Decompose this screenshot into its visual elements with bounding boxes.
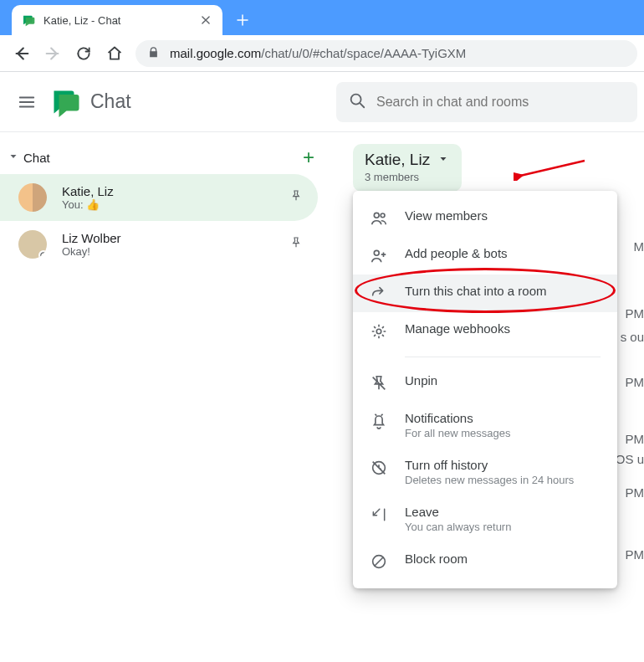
sidebar-section-header[interactable]: Chat + [0,141,330,174]
lock-icon [147,46,160,61]
svg-point-4 [374,250,379,255]
presence-indicator [38,250,47,259]
back-button[interactable] [7,38,37,69]
new-chat-button[interactable]: + [303,146,314,169]
room-subtitle: 3 members [365,171,419,183]
new-tab-button[interactable] [231,8,254,32]
sidebar-section-title: Chat [23,151,50,165]
avatar [18,183,47,212]
background-text: M [634,239,645,254]
url-text: mail.google.com/chat/u/0/#chat/space/AAA… [170,46,466,60]
address-bar[interactable]: mail.google.com/chat/u/0/#chat/space/AAA… [135,40,637,67]
menu-item-block-room[interactable]: Block room [353,542,617,580]
pin-icon[interactable] [289,236,303,253]
room-name: Katie, Liz [365,151,430,169]
menu-item-unpin[interactable]: Unpin [353,364,617,402]
conversation-pane: Katie, Liz 3 members M PM s ou PM PM OS … [330,132,644,662]
room-options-menu: View members Add people & bots Turn this… [353,191,617,588]
chat-list-item[interactable]: Liz Wolber Okay! [0,221,318,268]
menu-item-notifications[interactable]: Notifications For all new messages [353,402,617,449]
block-icon [370,552,388,571]
favicon [22,13,35,27]
unpin-icon [370,374,388,393]
people-icon [370,209,388,228]
background-text: PM [626,306,645,321]
chat-item-preview: Okay! [62,245,289,258]
home-button[interactable] [100,38,130,69]
pin-icon[interactable] [289,189,303,206]
chat-item-name: Katie, Liz [62,184,289,198]
main-menu-button[interactable] [7,82,47,122]
search-input[interactable] [376,95,626,110]
background-text: s ou [621,330,644,344]
menu-item-label: Unpin [405,373,437,387]
chat-item-name: Liz Wolber [62,231,289,245]
menu-item-label: Notifications [405,411,510,425]
menu-item-label: Turn this chat into a room [405,284,547,298]
background-text: PM [626,375,645,389]
tab-title: Katie, Liz - Chat [43,14,199,27]
leave-icon [370,505,388,524]
menu-item-add-people[interactable]: Add people & bots [353,237,617,275]
chat-logo [50,87,80,117]
browser-toolbar: mail.google.com/chat/u/0/#chat/space/AAA… [0,35,644,72]
svg-point-0 [351,94,361,104]
room-header-chip[interactable]: Katie, Liz 3 members [353,144,462,192]
caret-down-icon [438,152,448,167]
background-text: OS u [616,452,644,466]
menu-item-leave[interactable]: Leave You can always return [353,495,617,542]
chat-list-item[interactable]: Katie, Liz You: 👍 [0,174,318,221]
menu-item-turn-off-history[interactable]: Turn off history Deletes new messages in… [353,449,617,495]
menu-item-sublabel: Deletes new messages in 24 hours [405,474,574,486]
browser-tab-bar: Katie, Liz - Chat [0,0,644,35]
chat-item-preview: You: 👍 [62,198,289,211]
svg-point-3 [381,213,385,218]
bell-icon [370,412,388,430]
svg-point-1 [41,253,46,258]
caret-down-icon [8,150,18,165]
background-text: PM [626,432,645,446]
browser-tab[interactable]: Katie, Liz - Chat [12,5,222,35]
background-text: PM [626,485,645,500]
menu-item-label: Leave [405,505,511,519]
menu-divider [405,357,601,357]
menu-item-sublabel: You can always return [405,521,511,533]
svg-point-5 [376,329,381,334]
menu-item-label: Add people & bots [405,246,508,260]
search-box[interactable] [336,82,637,122]
reload-button[interactable] [69,38,99,69]
menu-item-webhooks[interactable]: Manage webhooks [353,312,617,350]
arrow-right-icon [370,285,388,303]
forward-button[interactable] [38,38,68,69]
menu-item-label: Manage webhooks [405,321,510,336]
svg-point-2 [374,213,379,218]
app-header: Chat [0,72,644,132]
tab-close-button[interactable] [199,13,212,27]
menu-item-label: Turn off history [405,458,574,472]
sidebar: Chat + Katie, Liz You: 👍 Liz Wolber Okay… [0,132,330,662]
background-text: PM [626,547,645,562]
menu-item-turn-into-room[interactable]: Turn this chat into a room [353,275,617,312]
avatar [18,230,47,259]
menu-item-label: View members [405,208,488,223]
menu-item-label: Block room [405,552,468,566]
history-off-icon [370,459,388,477]
menu-item-view-members[interactable]: View members [353,199,617,237]
app-name: Chat [90,90,131,113]
person-add-icon [370,247,388,265]
search-icon [348,91,366,113]
gear-icon [370,322,388,341]
menu-item-sublabel: For all new messages [405,427,510,439]
